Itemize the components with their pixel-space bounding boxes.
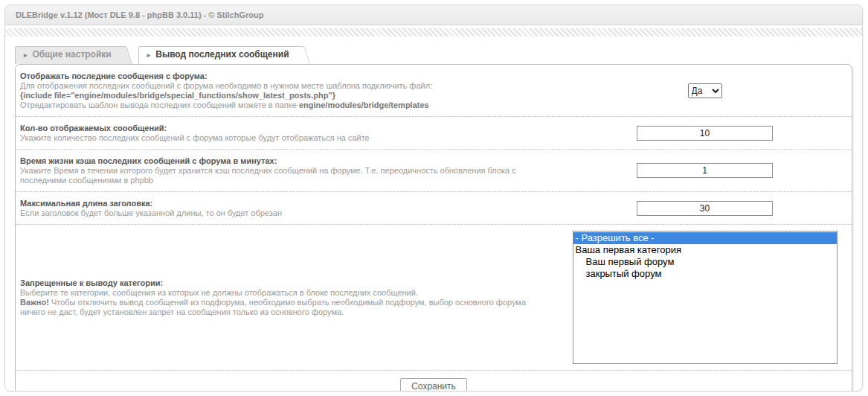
tab-bar: ▸Общие настройки ▸Вывод последних сообще… (15, 46, 862, 64)
important-label: Важно! (20, 298, 49, 307)
setting-row-show-latest: Отображать последние сообщения с форума:… (16, 65, 852, 117)
setting-description: Укажите Время в течении которого будет х… (20, 166, 540, 185)
listbox-option[interactable]: закрытый форум (573, 268, 837, 280)
setting-title: Кол-во отображаемых соообщений: (20, 123, 540, 133)
tab-arrow-icon: ▸ (147, 51, 151, 59)
setting-description: Важно! Чтобы отключить вывод сообщений и… (20, 298, 540, 317)
setting-description: Если заголовок будет больше указанной дл… (20, 208, 540, 218)
posts-count-input[interactable] (637, 126, 773, 141)
tab-general-settings[interactable]: ▸Общие настройки (15, 46, 134, 64)
settings-panel: Отображать последние сообщения с форума:… (15, 64, 852, 392)
window-title-bar: DLEBridge v.1.12 (Мост DLE 9.8 - phpBB 3… (5, 5, 862, 25)
app-title: DLEBridge v.1.12 (Мост DLE 9.8 - phpBB 3… (16, 10, 263, 19)
max-title-length-input[interactable] (637, 201, 773, 216)
setting-title: Время жизни кэша последних сообщений с ф… (20, 156, 540, 166)
show-latest-select[interactable]: Да (688, 83, 722, 98)
decorative-stripes (5, 28, 862, 36)
setting-row-forbidden-categories: Запрещенные к выводу категории: Выберите… (16, 225, 852, 371)
tab-label: Вывод последних сообщений (155, 49, 289, 60)
listbox-option[interactable]: Ваш первый форум (573, 256, 837, 268)
setting-row-posts-count: Кол-во отображаемых соообщений: Укажите … (16, 117, 852, 150)
setting-row-cache-lifetime: Время жизни кэша последних сообщений с ф… (16, 150, 852, 192)
app-window: DLEBridge v.1.12 (Мост DLE 9.8 - phpBB 3… (4, 4, 863, 392)
template-include-code: {include file="engine/modules/bridge/spe… (20, 91, 540, 100)
setting-title: Отображать последние сообщения с форума: (20, 71, 540, 81)
tab-label: Общие настройки (33, 49, 112, 60)
listbox-option[interactable]: - Разрешить все - (573, 232, 837, 244)
setting-description: Для отображения последних сообщений с фо… (20, 81, 540, 91)
setting-description: Укажите количество последних сообщений с… (20, 133, 540, 143)
setting-description: Отредактировать шаблон вывода последних … (20, 100, 540, 110)
tab-latest-posts-output[interactable]: ▸Вывод последних сообщений (138, 46, 312, 64)
cache-lifetime-input[interactable] (637, 163, 773, 178)
save-button[interactable]: Сохранить (400, 378, 467, 392)
setting-title: Максимальная длина заголовка: (20, 198, 540, 208)
setting-description: Выберите те категории, сообщения из кото… (20, 288, 540, 298)
save-row: Сохранить (16, 371, 852, 392)
setting-title: Запрещенные к выводу категории: (20, 278, 540, 288)
tab-arrow-icon: ▸ (24, 51, 28, 59)
setting-row-max-title-length: Максимальная длина заголовка: Если загол… (16, 192, 852, 225)
forbidden-categories-listbox[interactable]: - Разрешить все -Ваша первая категорияВа… (573, 231, 838, 364)
template-folder-path: engine/modules/bridge/templates (299, 100, 429, 109)
listbox-option[interactable]: Ваша первая категория (573, 244, 837, 256)
